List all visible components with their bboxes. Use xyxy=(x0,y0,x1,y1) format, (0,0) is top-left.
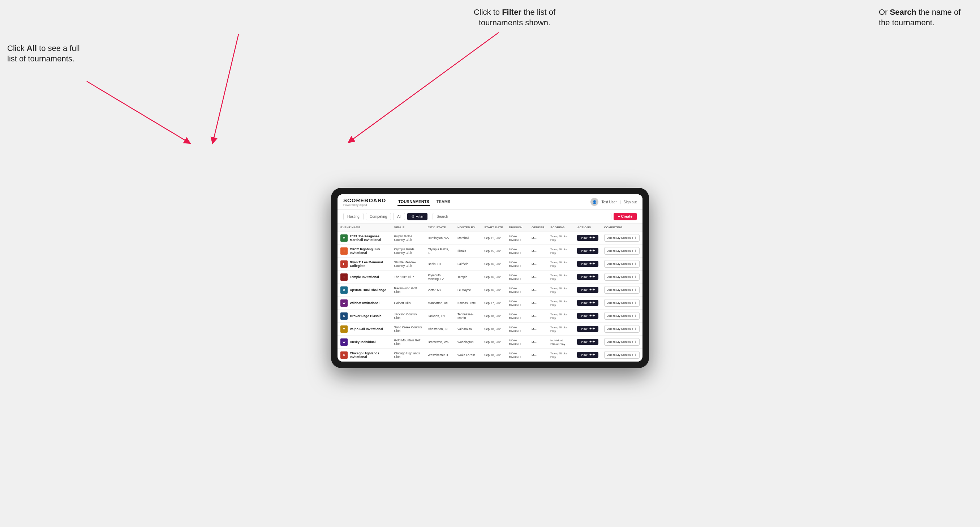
cell-city-6: Jackson, TN xyxy=(425,310,455,322)
cell-hosted-2: Fairfield xyxy=(455,257,481,271)
cell-city-7: Chesterton, IN xyxy=(425,322,455,336)
cell-hosted-7: Valparaiso xyxy=(455,322,481,336)
all-button[interactable]: All xyxy=(393,213,405,220)
logo-area: SCOREBOARD Powered by clippd xyxy=(343,197,386,206)
eye-icon-7: 👁 xyxy=(589,327,595,330)
hosting-button[interactable]: Hosting xyxy=(343,213,364,220)
annotation-search: Or Search the name of the tournament. xyxy=(879,7,973,28)
cell-actions-6: View 👁 xyxy=(574,310,601,322)
cell-scoring-7: Team, Stroke Play xyxy=(547,322,574,336)
table-row: T Temple Invitational The 1912 Club Plym… xyxy=(337,271,643,284)
cell-hosted-3: Temple xyxy=(455,271,481,284)
cell-city-1: Olympia Fields, IL xyxy=(425,244,455,257)
event-name-text-4: Upstate Dual Challenge xyxy=(350,288,386,292)
nav-links: TOURNAMENTS TEAMS xyxy=(398,198,582,206)
eye-icon-0: 👁 xyxy=(589,236,595,240)
cell-event-name-9: C Chicago Highlands Invitational xyxy=(337,349,391,362)
event-name-text-5: Wildcat Invitational xyxy=(350,301,379,305)
add-schedule-button-3[interactable]: Add to My Schedule xyxy=(604,273,640,281)
cell-actions-7: View 👁 xyxy=(574,322,601,336)
eye-icon-3: 👁 xyxy=(589,275,595,278)
cell-actions-5: View 👁 xyxy=(574,297,601,310)
nav-tournaments[interactable]: TOURNAMENTS xyxy=(398,198,430,206)
cell-city-0: Huntington, WV xyxy=(425,232,455,244)
tournaments-table: EVENT NAME VENUE CITY, STATE HOSTED BY S… xyxy=(337,224,643,362)
cell-date-2: Sep 16, 2023 xyxy=(481,257,506,271)
cell-actions-0: View 👁 xyxy=(574,232,601,244)
table-row: W Husky Individual Gold Mountain Golf Cl… xyxy=(337,336,643,349)
search-input[interactable] xyxy=(433,213,611,220)
add-schedule-button-9[interactable]: Add to My Schedule xyxy=(604,351,640,359)
eye-icon-1: 👁 xyxy=(589,249,595,252)
view-button-5[interactable]: View 👁 xyxy=(577,300,598,306)
view-button-1[interactable]: View 👁 xyxy=(577,248,598,254)
cell-division-3: NCAA Division I xyxy=(506,271,529,284)
cell-hosted-4: Le Moyne xyxy=(455,284,481,297)
cell-competing-3: Add to My Schedule xyxy=(601,271,643,284)
cell-city-4: Victor, NY xyxy=(425,284,455,297)
create-button[interactable]: + Create xyxy=(614,213,637,220)
team-logo-7: V xyxy=(340,325,348,333)
team-logo-0: M xyxy=(340,235,348,242)
filter-button[interactable]: ⚙ Filter xyxy=(407,213,428,220)
cell-city-3: Plymouth Meeting, PA xyxy=(425,271,455,284)
add-schedule-button-6[interactable]: Add to My Schedule xyxy=(604,312,640,320)
add-schedule-button-0[interactable]: Add to My Schedule xyxy=(604,234,640,242)
add-schedule-button-1[interactable]: Add to My Schedule xyxy=(604,247,640,255)
event-name-text-9: Chicago Highlands Invitational xyxy=(350,351,388,359)
svg-line-0 xyxy=(213,34,239,141)
annotation-filter: Click to Filter the list of tournaments … xyxy=(453,7,576,28)
cell-competing-6: Add to My Schedule xyxy=(601,310,643,322)
cell-scoring-8: Individual, Stroke Play xyxy=(547,336,574,349)
cell-event-name-7: V Valpo Fall Invitational xyxy=(337,322,391,336)
cell-event-name-8: W Husky Individual xyxy=(337,336,391,349)
cell-scoring-0: Team, Stroke Play xyxy=(547,232,574,244)
col-hosted-by: HOSTED BY xyxy=(455,224,481,232)
cell-gender-8: Men xyxy=(529,336,547,349)
signout-link[interactable]: Sign out xyxy=(623,200,637,204)
cell-gender-7: Men xyxy=(529,322,547,336)
add-schedule-button-5[interactable]: Add to My Schedule xyxy=(604,299,640,307)
cell-event-name-0: M 2023 Joe Feaganes Marshall Invitationa… xyxy=(337,232,391,244)
cell-venue-0: Guyan Golf & Country Club xyxy=(391,232,425,244)
cell-venue-5: Colbert Hills xyxy=(391,297,425,310)
tournaments-table-container: EVENT NAME VENUE CITY, STATE HOSTED BY S… xyxy=(337,224,643,362)
cell-date-1: Sep 15, 2023 xyxy=(481,244,506,257)
view-button-7[interactable]: View 👁 xyxy=(577,326,598,332)
view-button-0[interactable]: View 👁 xyxy=(577,235,598,241)
add-schedule-button-2[interactable]: Add to My Schedule xyxy=(604,260,640,268)
view-button-2[interactable]: View 👁 xyxy=(577,261,598,267)
add-schedule-button-4[interactable]: Add to My Schedule xyxy=(604,286,640,294)
cell-date-0: Sep 11, 2023 xyxy=(481,232,506,244)
logo-text: SCOREBOARD xyxy=(343,197,386,203)
table-row: W Wildcat Invitational Colbert Hills Man… xyxy=(337,297,643,310)
cell-venue-9: Chicago Highlands Club xyxy=(391,349,425,362)
user-avatar: 👤 xyxy=(590,198,598,206)
nav-teams[interactable]: TEAMS xyxy=(436,198,451,206)
event-name-text-8: Husky Individual xyxy=(350,340,376,344)
view-button-6[interactable]: View 👁 xyxy=(577,313,598,319)
app-header: SCOREBOARD Powered by clippd TOURNAMENTS… xyxy=(337,194,643,210)
svg-line-1 xyxy=(350,32,499,141)
cell-date-8: Sep 18, 2023 xyxy=(481,336,506,349)
add-schedule-button-7[interactable]: Add to My Schedule xyxy=(604,325,640,333)
cell-hosted-9: Wake Forest xyxy=(455,349,481,362)
view-button-3[interactable]: View 👁 xyxy=(577,274,598,280)
team-logo-8: W xyxy=(340,338,348,346)
col-division: DIVISION xyxy=(506,224,529,232)
table-header-row: EVENT NAME VENUE CITY, STATE HOSTED BY S… xyxy=(337,224,643,232)
cell-venue-6: Jackson Country Club xyxy=(391,310,425,322)
event-name-text-6: Grover Page Classic xyxy=(350,314,382,318)
table-row: F Ryan T. Lee Memorial Collegiate Shuttl… xyxy=(337,257,643,271)
event-name-text-0: 2023 Joe Feaganes Marshall Invitational xyxy=(350,235,388,242)
add-schedule-button-8[interactable]: Add to My Schedule xyxy=(604,338,640,346)
cell-event-name-4: U Upstate Dual Challenge xyxy=(337,284,391,297)
competing-button[interactable]: Competing xyxy=(366,213,391,220)
event-name-text-7: Valpo Fall Invitational xyxy=(350,327,383,331)
cell-competing-2: Add to My Schedule xyxy=(601,257,643,271)
view-button-9[interactable]: View 👁 xyxy=(577,352,598,358)
col-competing: COMPETING xyxy=(601,224,643,232)
view-button-8[interactable]: View 👁 xyxy=(577,339,598,345)
cell-actions-9: View 👁 xyxy=(574,349,601,362)
view-button-4[interactable]: View 👁 xyxy=(577,287,598,293)
